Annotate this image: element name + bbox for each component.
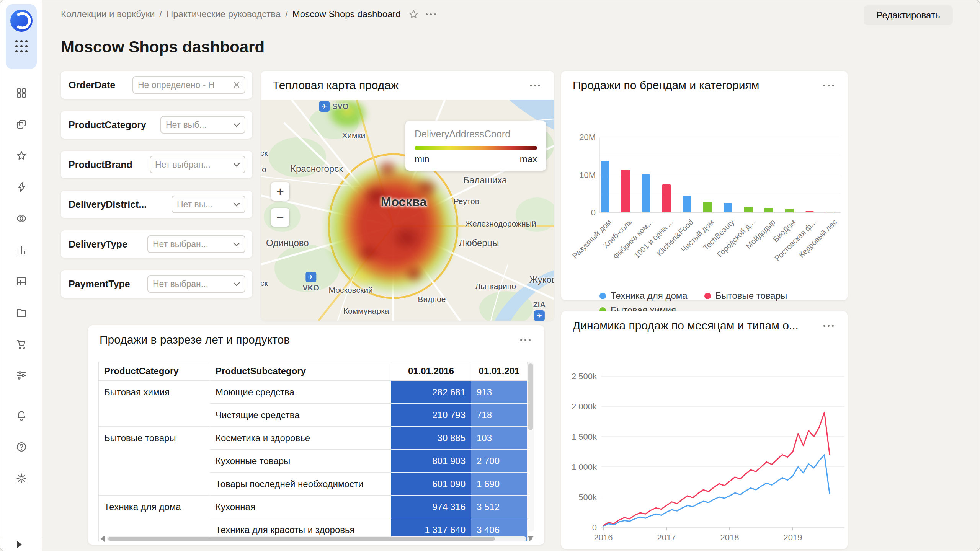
line-series <box>603 455 830 526</box>
heatmap-legend-min: min <box>415 154 430 165</box>
brand-sales-panel: Продажи по брендам и категориям 20M10M0 … <box>561 71 848 300</box>
connections-icon[interactable] <box>15 212 28 225</box>
col-productcategory: ProductCategory <box>99 362 210 381</box>
orderdate-input[interactable]: Не определено - Н <box>132 76 245 94</box>
breadcrumb-more-icon[interactable] <box>423 11 438 18</box>
workbooks-icon[interactable] <box>15 118 28 131</box>
marketplace-icon[interactable] <box>15 337 28 350</box>
dashboards-icon[interactable] <box>15 86 28 99</box>
heatmap-gradient-bar <box>415 146 537 150</box>
breadcrumb-collections[interactable]: Коллекции и воркбуки <box>61 9 155 20</box>
scrollbar-thumb[interactable] <box>108 537 495 541</box>
subcategory-cell: Кухонные товары <box>210 450 391 473</box>
sales-table-panel: Продажи в разрезе лет и продуктов Produc… <box>88 325 544 545</box>
paymenttype-select[interactable]: Нет выбран... <box>147 275 245 293</box>
topbar: Коллекции и воркбуки / Практические руко… <box>42 0 980 30</box>
charts-icon[interactable] <box>15 243 28 256</box>
brand-sales-more-icon[interactable] <box>821 82 836 89</box>
deliverytype-select[interactable]: Нет выбран... <box>147 235 245 253</box>
sidebar-collapse[interactable] <box>0 537 42 551</box>
breadcrumb-guides[interactable]: Практические руководства <box>167 9 281 20</box>
favorite-star-icon[interactable] <box>408 9 419 20</box>
logo-area <box>6 4 37 69</box>
table-row: Техника для домаКухонная974 3163 512 <box>99 496 528 518</box>
filter-deliverydistrict: DeliveryDistrict... Нет вы... <box>61 191 252 218</box>
value-2017-cell: 3 512 <box>471 496 528 518</box>
scrollbar-track[interactable] <box>107 536 526 541</box>
edit-button[interactable]: Редактировать <box>864 5 953 25</box>
apps-grid-icon[interactable] <box>15 40 28 52</box>
storage-icon[interactable] <box>15 306 28 319</box>
value-2016-cell: 801 903 <box>391 450 471 473</box>
legend-item-tech[interactable]: Техника для дома <box>599 290 688 301</box>
sales-table: ProductCategory ProductSubcategory 01.01… <box>98 362 528 541</box>
bar[interactable] <box>662 184 671 212</box>
heatmap-panel-more-icon[interactable] <box>528 82 542 89</box>
heatmap-legend-max: max <box>520 154 537 165</box>
breadcrumb-separator: / <box>285 9 288 20</box>
help-icon[interactable] <box>15 440 28 453</box>
filter-label: DeliveryType <box>69 239 127 250</box>
zoom-in-button[interactable]: + <box>271 182 289 201</box>
value-2017-cell: 1 690 <box>471 473 528 496</box>
chevron-down-icon <box>233 163 240 167</box>
collapse-arrow-icon <box>17 541 22 548</box>
breadcrumb-separator: / <box>159 9 162 20</box>
monthly-dynamics-title: Динамика продаж по месяцам и типам о... <box>573 319 799 332</box>
monthly-dynamics-more-icon[interactable] <box>821 323 836 329</box>
productbrand-select[interactable]: Нет выбран... <box>150 156 245 173</box>
value-2017-cell: 913 <box>471 381 528 404</box>
sidebar-bottom <box>0 409 42 485</box>
datalens-logo[interactable] <box>10 10 33 32</box>
filter-label: DeliveryDistrict... <box>69 199 147 210</box>
chevron-down-icon <box>233 123 240 127</box>
legend-item-household-goods[interactable]: Бытовые товары <box>704 290 787 301</box>
table-header-row: ProductCategory ProductSubcategory 01.01… <box>99 362 528 381</box>
scrollbar-thumb[interactable] <box>528 363 533 430</box>
notifications-icon[interactable] <box>15 409 28 422</box>
sidebar-nav <box>0 86 42 382</box>
favorites-icon[interactable] <box>15 149 28 162</box>
scroll-left-button[interactable] <box>98 535 107 542</box>
filter-label: ProductBrand <box>69 159 132 170</box>
value-2016-cell: 282 681 <box>391 381 471 404</box>
services-icon[interactable] <box>15 369 28 382</box>
bar[interactable] <box>764 208 773 212</box>
table-scrollbar-vertical[interactable] <box>527 362 534 532</box>
bar[interactable] <box>744 207 753 212</box>
line-chart[interactable]: 2 500k2 000k1 500k1 000k500k0 2016201720… <box>561 340 848 549</box>
subcategory-cell: Моющие средства <box>210 381 391 404</box>
arrow-left-icon <box>101 536 105 542</box>
col-2016: 01.01.2016 <box>391 362 471 381</box>
chevron-down-icon <box>233 202 240 207</box>
bar-chart[interactable]: 20M10M0 Разумный домХлеб-сольФабрика ком… <box>561 100 848 300</box>
bar[interactable] <box>642 174 650 212</box>
zoom-out-button[interactable]: − <box>271 208 289 227</box>
heatmap-panel: Тепловая карта продаж <box>261 71 554 321</box>
bar[interactable] <box>601 161 609 212</box>
heatmap-canvas[interactable]: ХимкиКрасногорскМоскваБалашихаРеутовЖеле… <box>261 100 554 321</box>
scroll-right-button[interactable] <box>526 535 535 542</box>
col-productsubcategory: ProductSubcategory <box>210 362 391 381</box>
editor-icon[interactable] <box>15 181 28 194</box>
settings-icon[interactable] <box>15 472 28 485</box>
subcategory-cell: Чистящие средства <box>210 404 391 427</box>
table-row: Бытовая химияМоющие средства282 681913 <box>99 381 528 404</box>
productcategory-select[interactable]: Нет выб... <box>160 116 245 134</box>
bar-series-area <box>599 137 841 212</box>
category-cell: Бытовые товары <box>99 427 210 496</box>
sales-table-title: Продажи в разрезе лет и продуктов <box>100 333 290 346</box>
bar[interactable] <box>703 202 712 212</box>
datasets-icon[interactable] <box>15 275 28 288</box>
app-root: Коллекции и воркбуки / Практические руко… <box>0 0 980 551</box>
bar[interactable] <box>785 209 794 212</box>
sales-table-more-icon[interactable] <box>518 337 533 343</box>
heatmap-legend-title: DeliveryAddressCoord <box>415 129 537 140</box>
bar[interactable] <box>621 170 630 212</box>
table-scrollbar-horizontal[interactable] <box>98 535 535 542</box>
deliverydistrict-select[interactable]: Нет вы... <box>172 196 245 213</box>
clear-icon[interactable] <box>233 82 240 88</box>
filter-orderdate: OrderDate Не определено - Н <box>61 71 252 99</box>
bar[interactable] <box>683 196 691 212</box>
bar[interactable] <box>724 203 732 212</box>
